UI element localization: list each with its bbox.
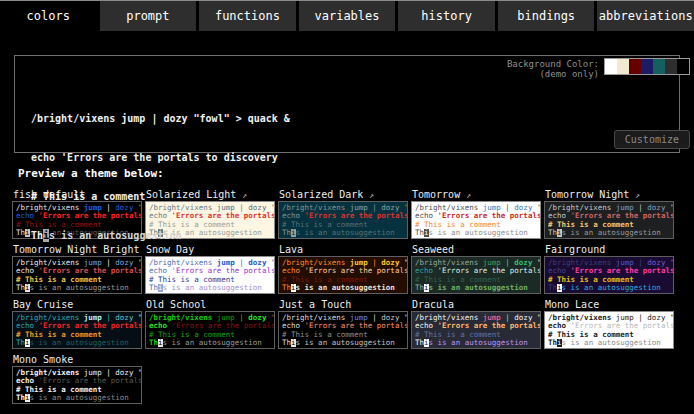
sample-autosuggestion-line: This is an autosuggestion [282, 339, 407, 347]
external-link-icon[interactable]: ↗ [635, 191, 640, 200]
code-segment-comment: # This is a comment [415, 276, 501, 284]
code-segment-pipe: | [501, 259, 515, 267]
sample-command-line: /bright/vixens jump | dozy "fowl" > quac… [548, 204, 673, 212]
theme-card-tomorrow[interactable]: Tomorrow ↗ /bright/vixens jump | dozy "f… [411, 188, 541, 239]
tab-variables[interactable]: variables [299, 1, 396, 31]
code-segment-pipe: | [634, 259, 648, 267]
code-segment-fg: Th [548, 229, 557, 237]
background-swatch-6[interactable] [677, 59, 689, 74]
background-swatch-3[interactable] [641, 59, 653, 74]
sample-autosuggestion-line: This is an autosuggestion [149, 339, 274, 347]
background-swatch-5[interactable] [665, 59, 677, 74]
sample-comment-line: # This is a comment [415, 221, 540, 229]
code-segment-pipe: | [634, 314, 648, 322]
theme-name: Fairground [545, 244, 605, 255]
code-segment-cmd: jump [483, 314, 501, 322]
theme-card-seaweed[interactable]: Seaweed /bright/vixens jump | dozy "fowl… [411, 243, 541, 294]
sample-echo-line: echo 'Errors are the portals to discover… [548, 322, 673, 330]
code-segment-quote: "fowl" > quack & [399, 259, 407, 267]
theme-card-mono-smoke[interactable]: Mono Smoke /bright/vixens jump | dozy "f… [12, 353, 142, 404]
background-swatch-0[interactable] [605, 59, 617, 74]
sample-comment-line: # This is a comment [149, 276, 274, 284]
sample-echo-line: echo 'Errors are the portals to discover… [16, 267, 141, 275]
theme-card-old-school[interactable]: Old School /bright/vixens jump | dozy "f… [145, 298, 275, 349]
theme-card-mono-lace[interactable]: Mono Lace /bright/vixens jump | dozy "fo… [544, 298, 674, 349]
theme-preview-box: /bright/vixens jump | dozy "fowl" > quac… [145, 311, 275, 349]
theme-card-just-a-touch[interactable]: Just a Touch /bright/vixens jump | dozy … [278, 298, 408, 349]
tab-colors[interactable]: colors [0, 1, 97, 31]
code-segment-fg: /bright/vixens [415, 259, 483, 267]
sample-autosuggestion-line: This is an autosuggestion [415, 339, 540, 347]
theme-title: Bay Cruise [12, 298, 142, 311]
sample-command-line: /bright/vixens jump | dozy "fowl" > quac… [282, 314, 407, 322]
theme-preview-box: /bright/vixens jump | dozy "fowl" > quac… [544, 256, 674, 294]
code-segment-fg: Th [548, 339, 557, 347]
theme-preview-box: /bright/vixens jump | dozy "fowl" > quac… [278, 201, 408, 239]
code-segment-comment: # This is a comment [548, 276, 634, 284]
code-segment-fg: Th [149, 339, 158, 347]
theme-card-fairground[interactable]: Fairground /bright/vixens jump | dozy "f… [544, 243, 674, 294]
tab-bar: colorspromptfunctionsvariableshistorybin… [0, 1, 694, 31]
sample-comment-line: # This is a comment [548, 276, 673, 284]
sample-autosuggestion-line: This is an autosuggestion [548, 284, 673, 292]
theme-preview-box: /bright/vixens jump | dozy "fowl" > quac… [411, 201, 541, 239]
code-segment-cmd2: dozy [514, 259, 532, 267]
tab-history[interactable]: history [398, 1, 495, 31]
theme-card-lava[interactable]: Lava /bright/vixens jump | dozy "fowl" >… [278, 243, 408, 294]
code-segment-autosug: s is an autosuggestion [163, 339, 262, 347]
theme-card-dracula[interactable]: Dracula /bright/vixens jump | dozy "fowl… [411, 298, 541, 349]
theme-preview-box: /bright/vixens jump | dozy "fowl" > quac… [12, 366, 142, 404]
background-swatch-4[interactable] [653, 59, 665, 74]
code-segment-comment: # This is a comment [16, 331, 102, 339]
code-segment-cmd2: dozy [647, 204, 665, 212]
code-segment-cmd2: dozy [115, 369, 133, 377]
theme-name: Dracula [412, 299, 454, 310]
sample-comment-line: # This is a comment [16, 386, 141, 394]
sample-comment-line: # This is a comment [282, 221, 407, 229]
theme-card-bay-cruise[interactable]: Bay Cruise /bright/vixens jump | dozy "f… [12, 298, 142, 349]
code-segment-comment: # This is a comment [16, 386, 102, 394]
tab-bindings[interactable]: bindings [498, 1, 595, 31]
theme-card-tomorrow-night[interactable]: Tomorrow Night ↗ /bright/vixens jump | d… [544, 188, 674, 239]
code-segment-err: 'Errors are the portals to discovery [305, 212, 407, 220]
code-segment-autosug: s is an autosuggestion [562, 284, 661, 292]
tab-prompt[interactable]: prompt [100, 1, 197, 31]
external-link-icon[interactable]: ↗ [369, 191, 374, 200]
code-segment-fg: Th [16, 284, 25, 292]
code-segment-err: 'Errors are the portals to discovery [39, 267, 141, 275]
theme-title: Solarized Dark ↗ [278, 188, 408, 201]
theme-title: Lava [278, 243, 408, 256]
autosuggestion-text: s is an autosuggestion [49, 230, 181, 241]
code-segment-fg: /bright/vixens [282, 259, 350, 267]
code-segment-quote: "fowl" > quack & [665, 259, 673, 267]
theme-title: Just a Touch [278, 298, 408, 311]
terminal-line-echo: echo 'Errors are the portals to discover… [31, 151, 290, 164]
sample-autosuggestion-line: This is an autosuggestion [415, 229, 540, 237]
code-segment-cmd: jump [84, 369, 102, 377]
code-segment-err: 'Errors are the portals to discovery [438, 267, 540, 275]
code-segment-fg: /bright/vixens [415, 204, 483, 212]
code-segment-echo: echo [16, 377, 39, 385]
external-link-icon[interactable]: ↗ [466, 191, 471, 200]
sample-echo-line: echo 'Errors are the portals to discover… [149, 267, 274, 275]
theme-card-solarized-dark[interactable]: Solarized Dark ↗ /bright/vixens jump | d… [278, 188, 408, 239]
tab-abbreviations[interactable]: abbreviations [597, 1, 694, 31]
background-swatch-1[interactable] [617, 59, 629, 74]
terminal-sample-text: /bright/vixens jump | dozy "fowl" > quac… [31, 86, 290, 268]
code-segment-fg: Th [16, 339, 25, 347]
tab-functions[interactable]: functions [199, 1, 296, 31]
code-segment-fg: /bright/vixens [548, 314, 616, 322]
code-segment-cmd2: dozy [381, 204, 399, 212]
sample-command-line: /bright/vixens jump | dozy "fowl" > quac… [415, 314, 540, 322]
background-swatch-2[interactable] [629, 59, 641, 74]
code-segment-cmd2: dozy [381, 314, 399, 322]
code-segment-pipe: | [102, 314, 116, 322]
code-segment-err: 'Errors are the portals to discovery [39, 322, 141, 330]
code-segment-comment: # This is a comment [548, 221, 634, 229]
theme-title: Old School [145, 298, 275, 311]
background-color-label-line2: (demo only) [507, 69, 599, 79]
customize-button[interactable]: Customize [614, 130, 690, 149]
sample-command-line: /bright/vixens jump | dozy "fowl" > quac… [415, 204, 540, 212]
code-segment-cmd: jump [483, 204, 501, 212]
code-segment-err: 'Errors are the portals to discovery [39, 377, 141, 385]
